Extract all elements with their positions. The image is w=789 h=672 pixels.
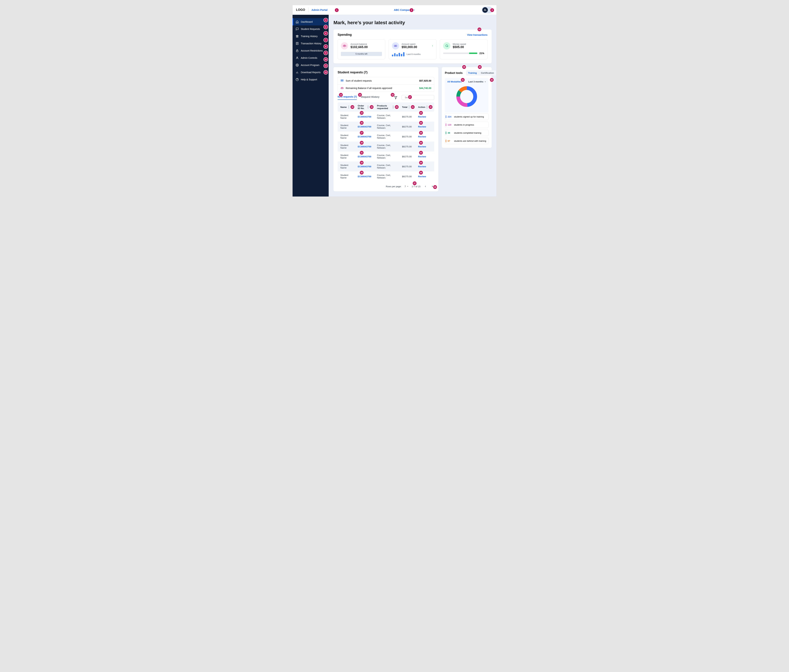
spending-title: Spending — [338, 33, 352, 37]
column-header: Total — [402, 106, 407, 108]
cell-total: $8275.00 — [400, 172, 416, 182]
search-box[interactable] — [402, 95, 434, 100]
seg-certification[interactable]: Certification — [479, 70, 496, 76]
requests-title: Student requests (7) — [338, 71, 434, 74]
tools-title: Product tools — [445, 72, 463, 75]
svg-point-5 — [297, 57, 298, 58]
saved-percent: 21% — [479, 52, 484, 55]
order-link[interactable]: EC00043700 — [358, 126, 371, 128]
table-row: Student Name31EC00043700Course, Cert, Ne… — [338, 151, 434, 161]
order-link[interactable]: EC00043700 — [358, 155, 371, 158]
annotation-29: 29 — [360, 141, 364, 145]
filter-icon[interactable] — [394, 96, 398, 99]
review-link[interactable]: Review — [418, 135, 426, 138]
legend-item: 67students are behind with training — [445, 138, 489, 144]
sidebar-item-admin-controls[interactable]: Admin Controls — [292, 54, 329, 62]
annotation-11: 11 — [324, 64, 327, 68]
annotation-19: 19 — [370, 105, 374, 109]
scale-icon — [341, 42, 348, 49]
legend-count: 120 — [446, 124, 452, 126]
review-link[interactable]: Review — [418, 175, 426, 178]
order-link[interactable]: EC00043700 — [358, 145, 371, 148]
order-link[interactable]: EC00043700 — [358, 135, 371, 138]
sidebar-item-student-requests[interactable]: Student Requests — [292, 25, 329, 33]
sidebar-item-account-program[interactable]: Account Program — [292, 62, 329, 69]
page-prev-button[interactable] — [423, 185, 427, 188]
cell-name: Student Name — [338, 122, 356, 132]
annotation-31: 31 — [360, 151, 364, 154]
lock-icon — [295, 49, 299, 52]
column-menu-icon[interactable] — [426, 106, 427, 108]
tab-request-history[interactable]: Request History — [361, 96, 379, 100]
column-header: Order ID No. — [358, 104, 366, 110]
sidebar-item-label: Admin Controls — [301, 57, 317, 59]
seg-training[interactable]: Training — [466, 70, 479, 76]
cell-name: Student Name — [338, 161, 356, 172]
remain-value: $44,740.00 — [419, 87, 431, 89]
order-link[interactable]: EC00043700 — [358, 115, 371, 118]
legend-count: 224 — [446, 115, 452, 118]
column-menu-icon[interactable] — [409, 106, 409, 108]
view-transactions-link[interactable]: View transactions — [467, 33, 487, 36]
svg-rect-12 — [394, 45, 397, 46]
admin-portal-link[interactable]: Admin Portal — [311, 8, 327, 11]
review-link[interactable]: Review — [418, 165, 426, 168]
annotation-28: 28 — [419, 131, 423, 135]
legend-item: 120students in progress — [445, 122, 489, 128]
spending-card: Spending View transactions 13 Account ba… — [334, 30, 492, 64]
sidebar-item-help-support[interactable]: Help & Support — [292, 76, 329, 83]
annotation-22: 22 — [429, 105, 433, 109]
cell-products: Course, Cert, Netwars — [375, 122, 400, 132]
cell-total: $8275.00 — [400, 142, 416, 151]
annotation-15: 15 — [358, 93, 362, 97]
cell-name: Student Name — [338, 111, 356, 122]
period-dropdown[interactable]: Last 3 months — [468, 80, 486, 83]
saved-progress — [443, 53, 478, 54]
sidebar-item-download-reports[interactable]: Download Reports — [292, 69, 329, 76]
svg-rect-4 — [296, 51, 298, 52]
sidebar-item-transaction-history[interactable]: Transaction History — [292, 40, 329, 47]
cell-total: $8275.00 — [400, 132, 416, 142]
table-row: Student Name33EC00043700Course, Cert, Ne… — [338, 161, 434, 172]
sidebar-item-account-restrictions[interactable]: Account Restrictions — [292, 47, 329, 54]
column-header: Action — [418, 106, 425, 108]
cell-total: $8275.00 — [400, 111, 416, 122]
order-link[interactable]: EC00043700 — [358, 175, 371, 178]
cell-total: $8275.00 — [400, 161, 416, 172]
cell-products: Course, Cert, Netwars — [375, 142, 400, 151]
annotation-7: 7 — [324, 38, 327, 42]
annotation-41: 41 — [461, 78, 465, 82]
review-link[interactable]: Review — [418, 155, 426, 158]
table-row: Student Name25EC00043700Course, Cert, Ne… — [338, 122, 434, 132]
order-link[interactable]: EC00043700 — [358, 165, 371, 168]
legend-text: students are behind with training — [454, 140, 486, 142]
column-menu-icon[interactable] — [348, 106, 349, 108]
review-link[interactable]: Review — [418, 145, 426, 148]
column-menu-icon[interactable] — [393, 106, 393, 108]
cell-products: Course, Cert, Netwars — [375, 172, 400, 182]
trend-up-icon: ↑ — [432, 44, 433, 48]
table-row: Student Name27EC00043700Course, Cert, Ne… — [338, 132, 434, 142]
sum-value: $57,925.00 — [419, 80, 431, 82]
annotation-25: 25 — [360, 121, 364, 125]
annotation-33: 33 — [360, 161, 364, 164]
sidebar-item-training-history[interactable]: Training History — [292, 33, 329, 40]
balance-label: Account balance — [350, 43, 368, 45]
review-link[interactable]: Review — [418, 115, 426, 118]
saved-tile: Money saved $505.00 21% — [440, 39, 487, 59]
review-link[interactable]: Review — [418, 126, 426, 128]
annotation-23: 23 — [360, 111, 364, 115]
annotation-12: 12 — [324, 70, 327, 74]
rpp-select[interactable]: 7 — [404, 185, 409, 188]
cell-name: Student Name — [338, 132, 356, 142]
sidebar-item-label: Training History — [301, 35, 318, 38]
cell-name: Student Name — [338, 151, 356, 161]
company-name: ABC Company — [394, 8, 412, 11]
sidebar-item-dashboard[interactable]: Dashboard — [292, 18, 329, 25]
annotation-27: 27 — [360, 131, 364, 135]
annotation-39: 39 — [462, 65, 466, 69]
column-menu-icon[interactable] — [368, 106, 368, 108]
bars-icon — [295, 71, 299, 74]
sidebar-item-label: Download Reports — [301, 71, 321, 74]
annotation-34: 34 — [419, 161, 423, 164]
